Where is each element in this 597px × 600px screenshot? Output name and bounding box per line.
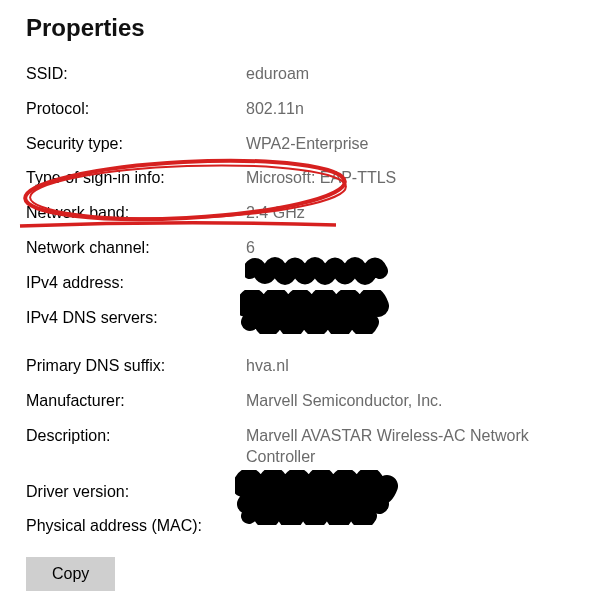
row-security-type: Security type: WPA2-Enterprise	[26, 134, 571, 155]
manufacturer-label: Manufacturer:	[26, 391, 246, 412]
row-driver-version: Driver version:	[26, 482, 571, 503]
row-network-channel: Network channel: 6	[26, 238, 571, 259]
row-protocol: Protocol: 802.11n	[26, 99, 571, 120]
row-mac-address: Physical address (MAC):	[26, 516, 571, 537]
network-channel-value: 6	[246, 238, 571, 259]
ssid-label: SSID:	[26, 64, 246, 85]
ipv4-dns-label: IPv4 DNS servers:	[26, 308, 246, 329]
row-signin-info: Type of sign-in info: Microsoft: EAP-TTL…	[26, 168, 571, 189]
ssid-value: eduroam	[246, 64, 571, 85]
annotation-overlay	[0, 0, 597, 591]
primary-dns-suffix-value: hva.nl	[246, 356, 571, 377]
mac-address-value	[246, 516, 571, 537]
network-channel-label: Network channel:	[26, 238, 246, 259]
driver-version-label: Driver version:	[26, 482, 246, 503]
network-band-value: 2.4 GHz	[246, 203, 571, 224]
mac-address-label: Physical address (MAC):	[26, 516, 246, 537]
primary-dns-suffix-label: Primary DNS suffix:	[26, 356, 246, 377]
description-value: Marvell AVASTAR Wireless-AC Network Cont…	[246, 426, 571, 468]
section-gap	[26, 342, 571, 356]
driver-version-value	[246, 482, 571, 503]
security-type-value: WPA2-Enterprise	[246, 134, 571, 155]
protocol-value: 802.11n	[246, 99, 571, 120]
manufacturer-value: Marvell Semiconductor, Inc.	[246, 391, 571, 412]
signin-info-label: Type of sign-in info:	[26, 168, 246, 189]
security-type-label: Security type:	[26, 134, 246, 155]
row-ipv4-address: IPv4 address:	[26, 273, 571, 294]
protocol-label: Protocol:	[26, 99, 246, 120]
properties-panel: Properties SSID: eduroam Protocol: 802.1…	[0, 0, 597, 591]
row-network-band: Network band: 2.4 GHz	[26, 203, 571, 224]
ipv4-address-value	[246, 273, 571, 294]
row-ipv4-dns: IPv4 DNS servers:	[26, 308, 571, 329]
row-ssid: SSID: eduroam	[26, 64, 571, 85]
signin-info-value: Microsoft: EAP-TTLS	[246, 168, 571, 189]
row-primary-dns-suffix: Primary DNS suffix: hva.nl	[26, 356, 571, 377]
ipv4-address-label: IPv4 address:	[26, 273, 246, 294]
copy-button[interactable]: Copy	[26, 557, 115, 591]
network-band-label: Network band:	[26, 203, 246, 224]
ipv4-dns-value	[246, 308, 571, 329]
description-label: Description:	[26, 426, 246, 468]
row-description: Description: Marvell AVASTAR Wireless-AC…	[26, 426, 571, 468]
page-title: Properties	[26, 14, 571, 42]
row-manufacturer: Manufacturer: Marvell Semiconductor, Inc…	[26, 391, 571, 412]
